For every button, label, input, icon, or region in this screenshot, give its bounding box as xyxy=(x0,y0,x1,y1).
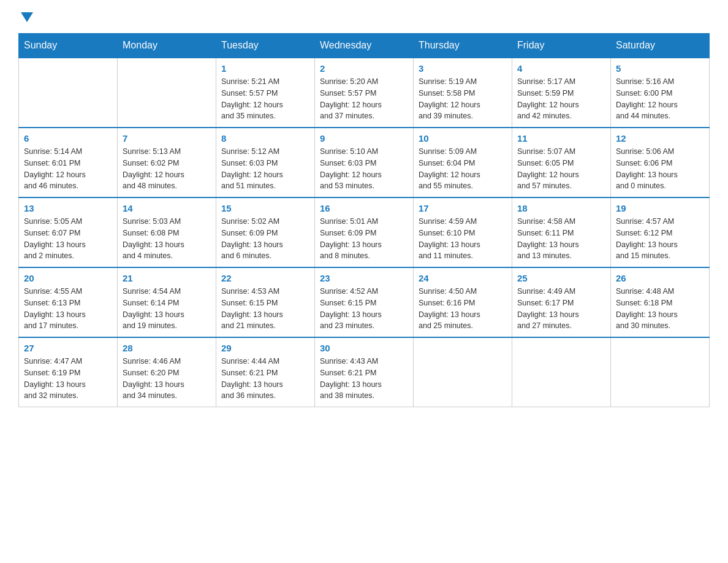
calendar-cell: 1Sunrise: 5:21 AMSunset: 5:57 PMDaylight… xyxy=(216,58,315,128)
day-number: 15 xyxy=(221,203,309,213)
calendar-cell: 9Sunrise: 5:10 AMSunset: 6:03 PMDaylight… xyxy=(315,128,414,197)
day-info: Sunrise: 5:06 AMSunset: 6:06 PMDaylight:… xyxy=(616,146,704,192)
day-info: Sunrise: 4:52 AMSunset: 6:15 PMDaylight:… xyxy=(320,286,408,332)
calendar-cell: 23Sunrise: 4:52 AMSunset: 6:15 PMDayligh… xyxy=(315,267,414,337)
calendar-cell: 22Sunrise: 4:53 AMSunset: 6:15 PMDayligh… xyxy=(216,267,315,337)
calendar-cell: 5Sunrise: 5:16 AMSunset: 6:00 PMDaylight… xyxy=(611,58,710,128)
calendar-cell xyxy=(19,58,118,128)
day-number: 2 xyxy=(320,63,408,74)
logo-triangle-icon xyxy=(21,12,33,22)
calendar-cell: 25Sunrise: 4:49 AMSunset: 6:17 PMDayligh… xyxy=(512,267,611,337)
calendar-week-row: 13Sunrise: 5:05 AMSunset: 6:07 PMDayligh… xyxy=(19,197,710,267)
calendar-cell: 16Sunrise: 5:01 AMSunset: 6:09 PMDayligh… xyxy=(315,197,414,267)
calendar-cell: 30Sunrise: 4:43 AMSunset: 6:21 PMDayligh… xyxy=(315,337,414,407)
day-number: 18 xyxy=(517,203,605,213)
day-number: 9 xyxy=(320,133,408,144)
day-number: 1 xyxy=(221,63,309,74)
weekday-header-wednesday: Wednesday xyxy=(315,34,414,58)
calendar-cell xyxy=(118,58,216,128)
day-info: Sunrise: 4:59 AMSunset: 6:10 PMDaylight:… xyxy=(419,216,507,262)
day-number: 27 xyxy=(24,343,112,353)
day-number: 26 xyxy=(616,273,704,283)
day-info: Sunrise: 4:49 AMSunset: 6:17 PMDaylight:… xyxy=(517,286,605,332)
day-info: Sunrise: 5:12 AMSunset: 6:03 PMDaylight:… xyxy=(221,146,309,192)
calendar-cell: 11Sunrise: 5:07 AMSunset: 6:05 PMDayligh… xyxy=(512,128,611,197)
weekday-header-saturday: Saturday xyxy=(611,34,710,58)
weekday-header-thursday: Thursday xyxy=(414,34,512,58)
day-info: Sunrise: 5:14 AMSunset: 6:01 PMDaylight:… xyxy=(24,146,112,192)
day-number: 4 xyxy=(517,63,605,74)
day-info: Sunrise: 5:21 AMSunset: 5:57 PMDaylight:… xyxy=(221,76,309,122)
calendar-cell: 21Sunrise: 4:54 AMSunset: 6:14 PMDayligh… xyxy=(118,267,216,337)
day-number: 19 xyxy=(616,203,704,213)
day-info: Sunrise: 4:47 AMSunset: 6:19 PMDaylight:… xyxy=(24,356,112,402)
day-number: 7 xyxy=(123,133,211,144)
calendar-cell: 4Sunrise: 5:17 AMSunset: 5:59 PMDaylight… xyxy=(512,58,611,128)
day-info: Sunrise: 4:43 AMSunset: 6:21 PMDaylight:… xyxy=(320,356,408,402)
day-info: Sunrise: 5:16 AMSunset: 6:00 PMDaylight:… xyxy=(616,76,704,122)
calendar-cell xyxy=(512,337,611,407)
calendar-table: SundayMondayTuesdayWednesdayThursdayFrid… xyxy=(18,33,710,407)
day-info: Sunrise: 5:13 AMSunset: 6:02 PMDaylight:… xyxy=(123,146,211,192)
day-number: 16 xyxy=(320,203,408,213)
day-number: 29 xyxy=(221,343,309,353)
day-number: 13 xyxy=(24,203,112,213)
day-info: Sunrise: 4:57 AMSunset: 6:12 PMDaylight:… xyxy=(616,216,704,262)
day-number: 12 xyxy=(616,133,704,144)
calendar-cell: 27Sunrise: 4:47 AMSunset: 6:19 PMDayligh… xyxy=(19,337,118,407)
calendar-cell: 13Sunrise: 5:05 AMSunset: 6:07 PMDayligh… xyxy=(19,197,118,267)
calendar-cell: 18Sunrise: 4:58 AMSunset: 6:11 PMDayligh… xyxy=(512,197,611,267)
day-info: Sunrise: 5:03 AMSunset: 6:08 PMDaylight:… xyxy=(123,216,211,262)
calendar-cell: 12Sunrise: 5:06 AMSunset: 6:06 PMDayligh… xyxy=(611,128,710,197)
day-info: Sunrise: 4:53 AMSunset: 6:15 PMDaylight:… xyxy=(221,286,309,332)
day-info: Sunrise: 4:50 AMSunset: 6:16 PMDaylight:… xyxy=(419,286,507,332)
calendar-cell: 10Sunrise: 5:09 AMSunset: 6:04 PMDayligh… xyxy=(414,128,512,197)
calendar-cell: 6Sunrise: 5:14 AMSunset: 6:01 PMDaylight… xyxy=(19,128,118,197)
day-info: Sunrise: 5:09 AMSunset: 6:04 PMDaylight:… xyxy=(419,146,507,192)
calendar-header-row: SundayMondayTuesdayWednesdayThursdayFrid… xyxy=(19,34,710,58)
day-info: Sunrise: 4:44 AMSunset: 6:21 PMDaylight:… xyxy=(221,356,309,402)
calendar-week-row: 27Sunrise: 4:47 AMSunset: 6:19 PMDayligh… xyxy=(19,337,710,407)
page-header xyxy=(18,12,710,23)
day-info: Sunrise: 5:17 AMSunset: 5:59 PMDaylight:… xyxy=(517,76,605,122)
day-number: 5 xyxy=(616,63,704,74)
day-number: 6 xyxy=(24,133,112,144)
day-number: 30 xyxy=(320,343,408,353)
day-info: Sunrise: 4:46 AMSunset: 6:20 PMDaylight:… xyxy=(123,356,211,402)
day-number: 3 xyxy=(419,63,507,74)
calendar-cell: 17Sunrise: 4:59 AMSunset: 6:10 PMDayligh… xyxy=(414,197,512,267)
day-number: 8 xyxy=(221,133,309,144)
calendar-cell: 15Sunrise: 5:02 AMSunset: 6:09 PMDayligh… xyxy=(216,197,315,267)
weekday-header-monday: Monday xyxy=(118,34,216,58)
day-info: Sunrise: 4:48 AMSunset: 6:18 PMDaylight:… xyxy=(616,286,704,332)
calendar-cell: 20Sunrise: 4:55 AMSunset: 6:13 PMDayligh… xyxy=(19,267,118,337)
calendar-cell: 14Sunrise: 5:03 AMSunset: 6:08 PMDayligh… xyxy=(118,197,216,267)
logo xyxy=(18,12,33,23)
calendar-cell: 7Sunrise: 5:13 AMSunset: 6:02 PMDaylight… xyxy=(118,128,216,197)
day-number: 17 xyxy=(419,203,507,213)
day-number: 20 xyxy=(24,273,112,283)
calendar-cell: 26Sunrise: 4:48 AMSunset: 6:18 PMDayligh… xyxy=(611,267,710,337)
calendar-week-row: 1Sunrise: 5:21 AMSunset: 5:57 PMDaylight… xyxy=(19,58,710,128)
day-number: 11 xyxy=(517,133,605,144)
day-info: Sunrise: 4:58 AMSunset: 6:11 PMDaylight:… xyxy=(517,216,605,262)
calendar-cell: 28Sunrise: 4:46 AMSunset: 6:20 PMDayligh… xyxy=(118,337,216,407)
calendar-cell: 19Sunrise: 4:57 AMSunset: 6:12 PMDayligh… xyxy=(611,197,710,267)
day-info: Sunrise: 5:10 AMSunset: 6:03 PMDaylight:… xyxy=(320,146,408,192)
calendar-cell: 3Sunrise: 5:19 AMSunset: 5:58 PMDaylight… xyxy=(414,58,512,128)
day-number: 28 xyxy=(123,343,211,353)
day-number: 24 xyxy=(419,273,507,283)
day-number: 22 xyxy=(221,273,309,283)
day-number: 25 xyxy=(517,273,605,283)
weekday-header-tuesday: Tuesday xyxy=(216,34,315,58)
calendar-cell: 2Sunrise: 5:20 AMSunset: 5:57 PMDaylight… xyxy=(315,58,414,128)
calendar-cell xyxy=(611,337,710,407)
day-info: Sunrise: 5:07 AMSunset: 6:05 PMDaylight:… xyxy=(517,146,605,192)
weekday-header-friday: Friday xyxy=(512,34,611,58)
day-number: 23 xyxy=(320,273,408,283)
calendar-cell xyxy=(414,337,512,407)
day-number: 21 xyxy=(123,273,211,283)
day-info: Sunrise: 4:55 AMSunset: 6:13 PMDaylight:… xyxy=(24,286,112,332)
day-number: 10 xyxy=(419,133,507,144)
calendar-week-row: 6Sunrise: 5:14 AMSunset: 6:01 PMDaylight… xyxy=(19,128,710,197)
